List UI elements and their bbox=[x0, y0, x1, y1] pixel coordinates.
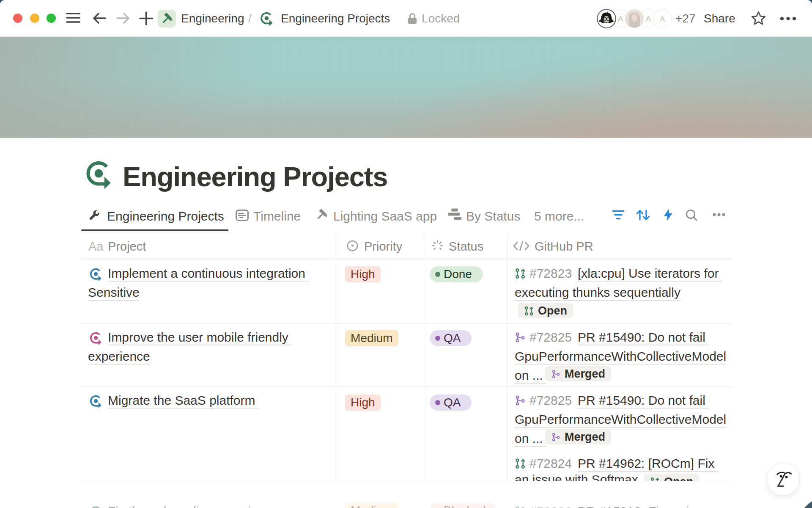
svg-text:A: A bbox=[646, 14, 651, 23]
svg-text:A: A bbox=[618, 14, 623, 23]
svg-text:A: A bbox=[660, 14, 665, 23]
